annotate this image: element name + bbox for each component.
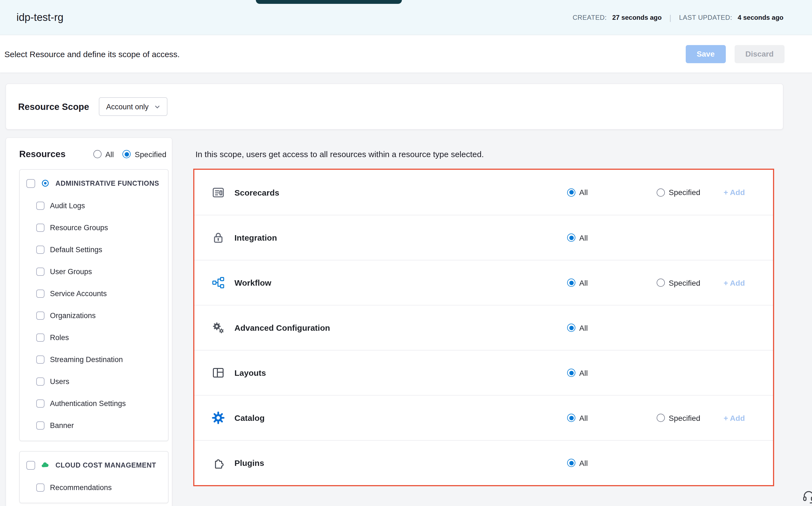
group-label: CLOUD COST MANAGEMENT (56, 461, 156, 469)
group-checkbox[interactable] (26, 179, 35, 188)
resource-type-row: Integration All (194, 215, 773, 260)
resource-item[interactable]: Organizations (20, 304, 168, 326)
resource-item[interactable]: Authentication Settings (20, 392, 168, 414)
row-specified-radio[interactable] (656, 188, 665, 196)
resource-type-name: Integration (234, 233, 277, 242)
group-checkbox[interactable] (26, 461, 35, 470)
created-label: CREATED: (573, 13, 607, 21)
resources-all-radio[interactable] (93, 150, 102, 158)
resource-type-row: Catalog All Specified + Add (194, 395, 773, 440)
row-all-radio[interactable] (567, 278, 575, 287)
row-all-radio[interactable] (567, 369, 575, 377)
row-add-link[interactable]: + Add (724, 413, 745, 422)
item-checkbox[interactable] (36, 289, 44, 298)
row-all-option[interactable]: All (567, 368, 656, 377)
resource-item[interactable]: Roles (20, 326, 168, 348)
resource-item[interactable]: Resource Groups (20, 217, 168, 238)
resource-item[interactable]: Service Accounts (20, 282, 168, 304)
row-all-label: All (579, 233, 588, 242)
row-specified-radio[interactable] (656, 414, 665, 422)
resource-group: CLOUD COST MANAGEMENT Recommendations (19, 451, 169, 503)
resource-item[interactable]: Users (20, 370, 168, 392)
row-all-option[interactable]: All (567, 188, 656, 197)
resources-all-option[interactable]: All (93, 150, 114, 159)
item-checkbox[interactable] (36, 355, 44, 363)
item-label: Roles (50, 333, 69, 341)
row-all-option[interactable]: All (567, 278, 656, 287)
row-all-option[interactable]: All (567, 458, 656, 467)
item-label: Recommendations (50, 483, 112, 491)
resources-specified-option[interactable]: Specified (123, 150, 166, 159)
item-checkbox[interactable] (36, 483, 44, 491)
scope-description: In this scope, users get access to all r… (195, 150, 774, 159)
row-specified-option[interactable]: Specified (656, 413, 724, 422)
row-all-option[interactable]: All (567, 413, 656, 422)
row-all-radio[interactable] (567, 459, 575, 467)
item-checkbox[interactable] (36, 223, 44, 232)
resource-type-name: Plugins (234, 458, 264, 468)
item-label: Default Settings (50, 245, 102, 254)
chevron-down-icon (154, 103, 160, 110)
row-all-radio[interactable] (567, 188, 575, 196)
toolbar: Select Resource and define its scope of … (0, 35, 812, 73)
row-all-option[interactable]: All (567, 323, 656, 332)
item-checkbox[interactable] (36, 421, 44, 429)
item-label: Users (50, 377, 70, 386)
resource-scope-selected: Account only (106, 102, 149, 111)
item-label: Organizations (50, 311, 96, 320)
resource-scope-card: Resource Scope Account only (5, 84, 784, 130)
row-all-radio[interactable] (567, 324, 575, 332)
row-all-radio[interactable] (567, 414, 575, 422)
toolbar-description: Select Resource and define its scope of … (4, 49, 180, 59)
row-all-label: All (579, 188, 588, 197)
row-specified-option[interactable]: Specified (656, 278, 724, 287)
resources-panel: Resources All Specified ADMINISTRATIVE F… (5, 137, 172, 506)
row-add-link[interactable]: + Add (724, 188, 745, 197)
resource-type-name: Layouts (234, 368, 266, 377)
item-checkbox[interactable] (36, 267, 44, 275)
row-specified-option[interactable]: Specified (656, 188, 724, 197)
item-label: Streaming Destination (50, 355, 123, 363)
cloud-cost-icon (40, 460, 50, 470)
resource-type-name: Scorecards (234, 188, 279, 197)
resources-title: Resources (19, 149, 66, 159)
admin-functions-icon (40, 179, 50, 188)
row-all-radio[interactable] (567, 234, 575, 242)
save-button[interactable]: Save (686, 45, 725, 63)
resources-specified-radio[interactable] (123, 150, 131, 158)
resource-item[interactable]: Default Settings (20, 238, 168, 260)
item-checkbox[interactable] (36, 399, 44, 407)
plugins-icon (210, 455, 226, 471)
resource-item[interactable]: Streaming Destination (20, 348, 168, 370)
resource-type-row: Workflow All Specified + Add (194, 260, 773, 305)
item-checkbox[interactable] (36, 311, 44, 320)
discard-button[interactable]: Discard (734, 45, 785, 63)
row-specified-radio[interactable] (656, 278, 665, 287)
resource-item[interactable]: Audit Logs (20, 194, 168, 217)
integration-icon (210, 229, 226, 246)
row-all-label: All (579, 458, 588, 467)
layouts-icon (210, 364, 226, 381)
row-all-option[interactable]: All (567, 233, 656, 242)
item-checkbox[interactable] (36, 245, 44, 254)
row-specified-label: Specified (669, 278, 700, 287)
resource-scope-dropdown[interactable]: Account only (99, 97, 168, 116)
resources-specified-label: Specified (135, 150, 166, 159)
help-icon[interactable] (802, 490, 812, 504)
item-checkbox[interactable] (36, 333, 44, 341)
toolbar-actions: Save Discard (686, 45, 785, 63)
item-checkbox[interactable] (36, 201, 44, 209)
resource-item[interactable]: User Groups (20, 260, 168, 282)
item-checkbox[interactable] (36, 377, 44, 386)
item-label: Banner (50, 421, 74, 429)
row-add-link[interactable]: + Add (724, 278, 745, 287)
updated-value: 4 seconds ago (738, 13, 784, 21)
resources-header: Resources All Specified (6, 138, 172, 167)
resource-type-list: Scorecards All Specified + Add Integrati… (193, 169, 774, 486)
resource-group: ADMINISTRATIVE FUNCTIONS Audit Logs Reso… (19, 169, 169, 441)
resource-groups: ADMINISTRATIVE FUNCTIONS Audit Logs Reso… (6, 169, 172, 503)
item-label: Resource Groups (50, 223, 108, 232)
resource-item[interactable]: Banner (20, 414, 168, 436)
resource-item[interactable]: Recommendations (20, 476, 168, 498)
row-all-label: All (579, 278, 588, 287)
